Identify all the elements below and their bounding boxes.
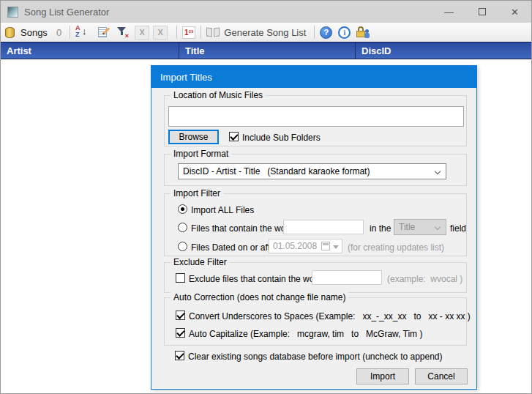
chevron-down-icon bbox=[435, 168, 441, 174]
song-list-header: Artist Title DiscID bbox=[1, 42, 531, 59]
app-window: Song List Generator — ✕ Songs 0 A Z ↓ × … bbox=[0, 0, 532, 394]
toolbar-separator bbox=[176, 26, 177, 39]
sort-z-glyph: Z bbox=[75, 31, 80, 38]
generate-song-list-button[interactable]: Generate Song List bbox=[224, 27, 306, 38]
toolbar-separator bbox=[70, 26, 70, 39]
toolbar: Songs 0 A Z ↓ × X X 1²³ Generate Song Li… bbox=[1, 23, 531, 42]
book-icon bbox=[206, 28, 220, 37]
maximize-icon bbox=[479, 8, 486, 15]
music-files-path-input[interactable] bbox=[168, 106, 464, 127]
field-select[interactable]: Title bbox=[394, 219, 446, 235]
window-controls: — ✕ bbox=[432, 1, 531, 23]
info-button[interactable]: i bbox=[338, 26, 351, 39]
include-subfolders-checkbox[interactable] bbox=[229, 132, 239, 141]
browse-button[interactable]: Browse bbox=[168, 130, 219, 144]
auto-correction-group: Auto Correction (does not change file na… bbox=[164, 297, 467, 346]
import-filter-group: Import Filter Import ALL Files Files tha… bbox=[164, 193, 467, 256]
close-button[interactable]: ✕ bbox=[498, 1, 531, 23]
delete-all-button[interactable]: X bbox=[153, 26, 168, 40]
app-icon bbox=[7, 7, 18, 18]
column-header-discid[interactable]: DiscID bbox=[355, 42, 531, 59]
dialog-title: Import Titles bbox=[151, 66, 476, 88]
renumber-pages-button[interactable]: 1²³ bbox=[182, 26, 195, 39]
database-icon bbox=[5, 27, 15, 38]
exclude-filter-group-label: Exclude Filter bbox=[171, 257, 230, 267]
calendar-icon bbox=[321, 242, 330, 250]
auto-capitalize-checkbox[interactable] bbox=[176, 328, 185, 338]
funnel-stem-icon bbox=[121, 31, 123, 35]
delete-song-button[interactable]: X bbox=[135, 26, 149, 40]
contain-word-label: Files that contain the word bbox=[191, 223, 293, 234]
column-header-title[interactable]: Title bbox=[179, 42, 355, 59]
import-format-group-label: Import Format bbox=[171, 149, 231, 159]
exclude-word-label: Exclude files that contain the word bbox=[189, 274, 322, 284]
edit-song-button[interactable] bbox=[98, 26, 110, 38]
exclude-word-checkbox[interactable] bbox=[176, 273, 185, 283]
dated-label: Files Dated on or after bbox=[191, 242, 278, 253]
toolbar-separator bbox=[314, 26, 315, 39]
import-titles-dialog: Import Titles Location of Music Files Br… bbox=[151, 65, 477, 390]
in-the-label: in the bbox=[370, 223, 391, 234]
field-select-value: Title bbox=[399, 222, 415, 232]
person-icon bbox=[364, 29, 370, 38]
date-value: 01.05.2008 bbox=[273, 241, 317, 251]
register-button[interactable] bbox=[356, 26, 370, 39]
import-format-select[interactable]: DiscID - Artist - Title (Standard karaok… bbox=[178, 163, 446, 179]
maximize-button[interactable] bbox=[465, 1, 498, 23]
import-format-value: DiscID - Artist - Title (Standard karaok… bbox=[183, 166, 370, 176]
contain-word-input[interactable] bbox=[283, 220, 364, 234]
filter-button[interactable]: × bbox=[116, 26, 128, 38]
songs-count: 0 bbox=[56, 27, 61, 38]
date-picker[interactable]: 01.05.2008 bbox=[269, 239, 342, 253]
cancel-button[interactable]: Cancel bbox=[415, 368, 468, 384]
sort-arrow-icon: ↓ bbox=[82, 26, 87, 37]
help-button[interactable]: ? bbox=[320, 26, 332, 39]
dated-hint: (for creating updates list) bbox=[348, 242, 444, 253]
convert-underscores-checkbox[interactable] bbox=[176, 311, 185, 320]
location-group-label: Location of Music Files bbox=[171, 90, 266, 100]
location-group: Location of Music Files Browse Include S… bbox=[164, 95, 467, 146]
import-filter-group-label: Import Filter bbox=[171, 188, 223, 198]
include-subfolders-label: Include Sub Folders bbox=[242, 133, 321, 143]
field-label: field bbox=[450, 223, 466, 234]
dropdown-arrow-icon bbox=[333, 245, 339, 249]
clear-database-checkbox[interactable] bbox=[175, 351, 184, 360]
minimize-button[interactable]: — bbox=[432, 1, 465, 23]
dated-radio[interactable] bbox=[178, 242, 187, 251]
filter-remove-icon: × bbox=[125, 32, 129, 40]
exclude-filter-group: Exclude Filter Exclude files that contai… bbox=[164, 262, 467, 293]
toolbar-separator bbox=[201, 26, 201, 39]
import-format-group: Import Format DiscID - Artist - Title (S… bbox=[164, 154, 467, 186]
title-bar: Song List Generator — ✕ bbox=[1, 1, 531, 23]
contain-word-radio[interactable] bbox=[178, 223, 187, 232]
songs-label: Songs bbox=[20, 27, 48, 38]
auto-capitalize-label: Auto Capitalize (Example: mcgraw, tim to… bbox=[189, 329, 422, 339]
auto-correction-group-label: Auto Correction (does not change file na… bbox=[171, 292, 348, 302]
clear-database-label: Clear existing songs database before imp… bbox=[188, 352, 443, 362]
sort-az-button[interactable]: A Z ↓ bbox=[75, 26, 91, 39]
exclude-word-input[interactable] bbox=[312, 270, 382, 285]
import-all-files-label: Import ALL Files bbox=[191, 205, 254, 215]
chevron-down-icon bbox=[435, 224, 441, 230]
convert-underscores-label: Convert Underscores to Spaces (Example: … bbox=[189, 311, 471, 321]
import-all-files-radio[interactable] bbox=[178, 204, 187, 214]
column-header-artist[interactable]: Artist bbox=[1, 42, 179, 59]
window-title: Song List Generator bbox=[24, 7, 109, 18]
exclude-hint: (example: wvocal ) bbox=[387, 274, 462, 284]
import-button[interactable]: Import bbox=[356, 368, 409, 384]
